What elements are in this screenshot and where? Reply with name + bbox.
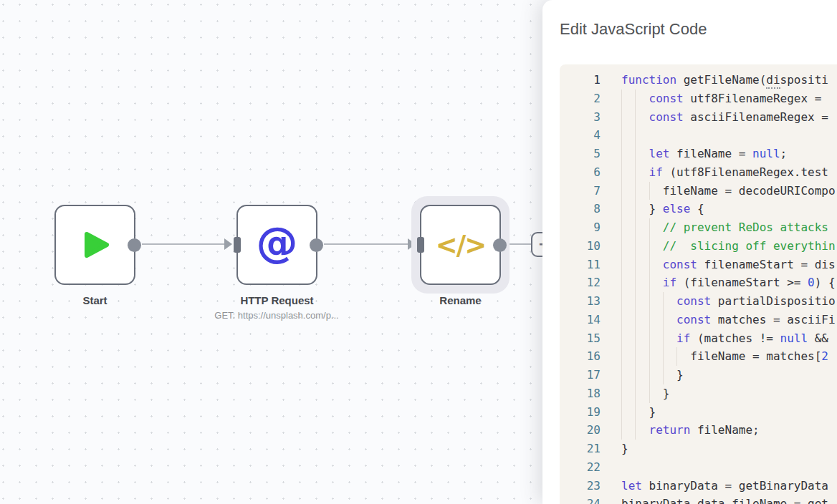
- line-number: 10: [560, 237, 601, 256]
- code-line[interactable]: 15if (matches != null &&: [560, 329, 837, 348]
- code-line[interactable]: 6if (utf8FilenameRegex.test: [560, 163, 837, 182]
- line-number: 12: [560, 273, 601, 292]
- line-number: 24: [560, 495, 601, 504]
- code-line[interactable]: 13const partialDispositio: [560, 292, 837, 311]
- code-line[interactable]: 23let binaryData = getBinaryData: [560, 477, 837, 495]
- line-number: 14: [560, 311, 601, 329]
- input-port[interactable]: [234, 237, 241, 253]
- code-line[interactable]: 19}: [560, 403, 837, 422]
- line-number: 3: [560, 108, 601, 127]
- output-connector[interactable]: [310, 238, 323, 252]
- connection-http-rename: [324, 243, 408, 245]
- connection-arrowhead-icon: [224, 238, 232, 250]
- input-port[interactable]: [417, 237, 424, 253]
- at-icon: @: [257, 222, 298, 263]
- code-brackets-icon: </>: [436, 230, 486, 261]
- edit-code-panel: Edit JavaScript Code 1function getFileNa…: [542, 0, 837, 504]
- line-number: 5: [560, 145, 601, 163]
- code-line[interactable]: 9// prevent ReDos attacks: [560, 218, 837, 237]
- play-icon: [80, 229, 111, 261]
- node-label-http-request: HTTP Request: [215, 294, 339, 306]
- code-line[interactable]: 8} else {: [560, 200, 837, 218]
- line-number: 4: [560, 126, 601, 145]
- line-number: 7: [560, 182, 601, 200]
- code-line[interactable]: 17}: [560, 366, 837, 384]
- line-number: 23: [560, 477, 601, 495]
- output-connector[interactable]: [493, 238, 507, 252]
- code-line[interactable]: 22: [560, 458, 837, 477]
- line-number: 2: [560, 89, 601, 108]
- line-number: 1: [560, 71, 601, 89]
- code-line[interactable]: 1function getFileName(dispositi: [560, 71, 837, 89]
- code-line[interactable]: 7fileName = decodeURICompo: [560, 182, 837, 200]
- code-line[interactable]: 5let fileName = null;: [560, 145, 837, 163]
- line-number: 17: [560, 366, 601, 384]
- code-line[interactable]: 18}: [560, 384, 837, 403]
- code-line[interactable]: 12if (filenameStart >= 0) {: [560, 273, 837, 292]
- node-http-request[interactable]: @: [236, 205, 317, 285]
- panel-title: Edit JavaScript Code: [560, 20, 707, 39]
- code-line[interactable]: 3const asciiFilenameRegex =: [560, 108, 837, 127]
- line-number: 6: [560, 163, 601, 182]
- node-rename[interactable]: </>: [420, 205, 501, 285]
- line-number: 11: [560, 256, 601, 274]
- connection-start-http: [142, 243, 225, 245]
- line-number: 19: [560, 403, 601, 422]
- node-start[interactable]: [54, 205, 135, 285]
- code-line[interactable]: 4: [560, 126, 837, 145]
- line-number: 18: [560, 384, 601, 403]
- line-number: 15: [560, 329, 601, 348]
- line-number: 22: [560, 458, 601, 477]
- node-label-start: Start: [54, 294, 135, 306]
- code-line[interactable]: 14const matches = asciiFi: [560, 311, 837, 329]
- line-number: 21: [560, 440, 601, 458]
- code-line[interactable]: 2const utf8FilenameRegex =: [560, 89, 837, 108]
- node-label-rename: Rename: [420, 294, 501, 306]
- code-line[interactable]: 11const filenameStart = dis: [560, 256, 837, 274]
- line-number: 16: [560, 347, 601, 366]
- line-number: 20: [560, 421, 601, 440]
- node-subtitle-http-request: GET: https://unsplash.com/p...: [205, 310, 348, 321]
- line-number: 13: [560, 292, 601, 311]
- code-line[interactable]: 21}: [560, 440, 837, 458]
- code-line[interactable]: 16fileName = matches[2: [560, 347, 837, 366]
- output-connector[interactable]: [128, 238, 141, 252]
- connection-rename-add: [507, 243, 532, 245]
- code-line[interactable]: 10// slicing off everythin: [560, 237, 837, 256]
- code-line[interactable]: 24binaryData.data.fileName = get: [560, 495, 837, 504]
- line-number: 8: [560, 200, 601, 218]
- code-line[interactable]: 20return fileName;: [560, 421, 837, 440]
- line-number: 9: [560, 218, 601, 237]
- code-editor[interactable]: 1function getFileName(dispositi2const ut…: [560, 64, 837, 504]
